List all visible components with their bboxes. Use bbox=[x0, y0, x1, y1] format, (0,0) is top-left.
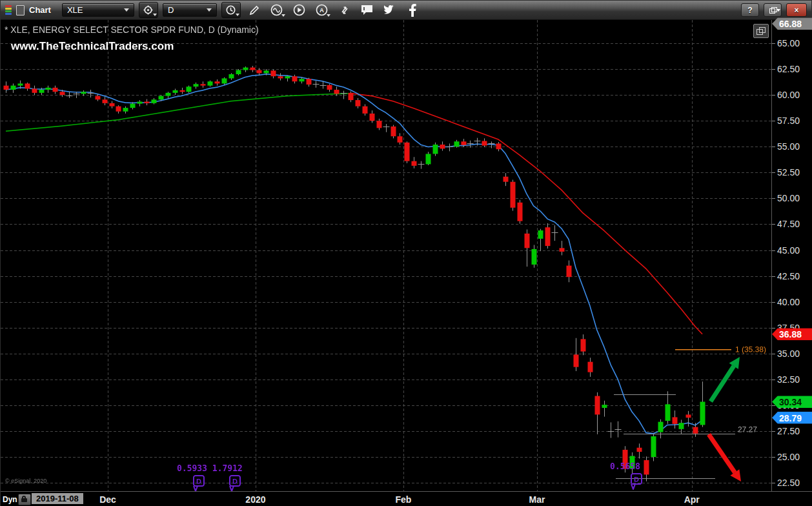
restore-icon bbox=[769, 7, 776, 13]
interval-combobox[interactable]: D bbox=[163, 3, 217, 17]
price-tick-mark bbox=[772, 431, 775, 432]
svg-text:A: A bbox=[320, 6, 325, 14]
price-tick-label: 25.00 bbox=[777, 452, 800, 462]
price-tick-label: 35.00 bbox=[777, 349, 800, 359]
lock-button[interactable] bbox=[18, 494, 31, 505]
month-label: Mar bbox=[529, 494, 545, 505]
price-tick-mark bbox=[772, 69, 775, 70]
price-tick-label: 52.50 bbox=[777, 167, 800, 177]
price-tick-mark bbox=[772, 354, 775, 354]
month-label: Dec bbox=[99, 494, 116, 505]
price-tick-label: 40.00 bbox=[777, 297, 800, 307]
share-twitter-button[interactable] bbox=[381, 3, 399, 18]
chevron-down-icon bbox=[236, 14, 239, 16]
price-tick-label: 32.50 bbox=[777, 374, 800, 385]
link-button[interactable] bbox=[336, 3, 354, 18]
price-tick-mark bbox=[772, 147, 775, 147]
price-tick-mark bbox=[772, 483, 775, 483]
chevron-down-icon bbox=[281, 14, 285, 17]
watermark: www.TheTechnicalTraders.com bbox=[11, 40, 174, 53]
help-button[interactable]: ? bbox=[741, 3, 759, 17]
price-tick-label: 50.00 bbox=[777, 193, 800, 203]
symbol-value: XLE bbox=[67, 5, 83, 15]
price-tick-label: 42.50 bbox=[777, 271, 800, 281]
price-tick-mark bbox=[772, 121, 775, 121]
facebook-icon bbox=[409, 4, 416, 17]
price-tag: 36.88 bbox=[772, 328, 812, 340]
price-tick-mark bbox=[772, 302, 775, 303]
price-tick-mark bbox=[772, 276, 775, 277]
price-tick-label: 60.00 bbox=[777, 90, 800, 100]
price-tag: 30.34 bbox=[772, 396, 812, 408]
swap-arrows-icon bbox=[338, 4, 351, 17]
gear-icon bbox=[143, 5, 154, 15]
price-tag: 28.79 bbox=[772, 412, 812, 424]
price-tick-mark bbox=[772, 198, 775, 199]
price-tick-mark bbox=[772, 405, 775, 406]
close-button[interactable]: × bbox=[786, 3, 807, 17]
month-label: Feb bbox=[395, 494, 411, 505]
price-tick-label: 57.50 bbox=[777, 116, 800, 126]
price-tick-mark bbox=[772, 328, 775, 329]
time-template-button[interactable] bbox=[221, 2, 241, 18]
copyright-label: © eSignal, 2020 bbox=[5, 478, 46, 484]
draw-tool-button[interactable] bbox=[245, 3, 263, 18]
price-tick-mark bbox=[772, 224, 775, 225]
popout-button[interactable] bbox=[753, 24, 769, 38]
price-tick-mark bbox=[772, 250, 775, 251]
replay-button[interactable] bbox=[290, 3, 309, 18]
studies-button[interactable] bbox=[268, 3, 286, 18]
page-icon bbox=[16, 5, 25, 15]
price-tick-label: 55.00 bbox=[777, 141, 800, 152]
price-tick-label: 45.00 bbox=[777, 245, 800, 256]
price-tick-mark bbox=[772, 172, 775, 173]
share-facebook-button[interactable] bbox=[403, 3, 421, 18]
interval-value: D bbox=[168, 5, 174, 15]
chart-title: * XLE, ENERGY SELECT SECTOR SPDR FUND, D… bbox=[5, 25, 259, 35]
price-tick-mark bbox=[772, 457, 775, 458]
annotate-button[interactable]: A bbox=[313, 3, 331, 18]
price-tick-mark bbox=[772, 43, 775, 44]
play-icon bbox=[292, 3, 306, 17]
price-chart-canvas[interactable] bbox=[1, 20, 771, 491]
month-label: 2020 bbox=[245, 494, 265, 505]
dynamic-mode-label: Dyn bbox=[3, 495, 17, 504]
twitter-icon bbox=[383, 4, 397, 16]
price-tag: 66.88 bbox=[772, 17, 812, 30]
price-tick-mark bbox=[772, 380, 775, 380]
chevron-down-icon bbox=[207, 8, 212, 12]
clock-icon bbox=[225, 5, 236, 15]
price-tick-label: 65.00 bbox=[777, 38, 800, 48]
comment-button[interactable] bbox=[358, 3, 376, 18]
price-tick-mark bbox=[772, 95, 775, 96]
symbol-combobox[interactable]: XLE bbox=[62, 3, 134, 17]
window-title: Chart bbox=[29, 5, 51, 15]
price-tick-label: 27.50 bbox=[777, 426, 800, 436]
price-tick-label: 22.50 bbox=[777, 478, 800, 488]
price-axis[interactable]: 65.0062.5060.0057.5055.0052.5050.0047.50… bbox=[771, 20, 812, 491]
chevron-down-icon bbox=[124, 8, 129, 12]
month-label: Apr bbox=[684, 494, 700, 505]
pencil-icon bbox=[248, 4, 261, 17]
comment-bubble-icon bbox=[360, 3, 374, 17]
chevron-down-icon bbox=[327, 14, 330, 17]
toolbar: Chart XLE D bbox=[1, 1, 811, 20]
price-tick-label: 47.50 bbox=[777, 219, 800, 229]
price-tick-label: 62.50 bbox=[777, 64, 800, 74]
restore-button[interactable] bbox=[764, 3, 782, 17]
time-axis[interactable]: Dyn 2019-11-08 Dec2020FebMarApr bbox=[1, 491, 812, 506]
chevron-down-icon bbox=[153, 14, 157, 16]
esignal-logo-icon bbox=[5, 5, 12, 15]
start-date-box[interactable]: 2019-11-08 bbox=[32, 493, 83, 504]
chart-window: Chart XLE D bbox=[0, 0, 812, 506]
symbol-settings-button[interactable] bbox=[139, 2, 158, 18]
